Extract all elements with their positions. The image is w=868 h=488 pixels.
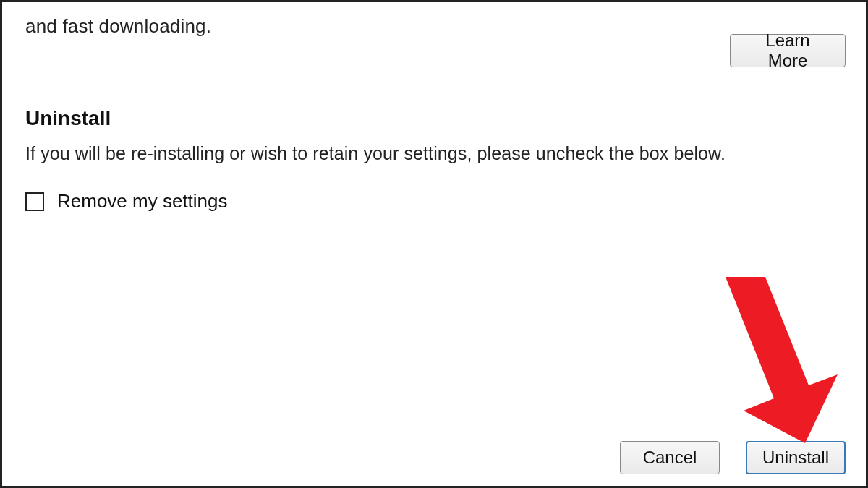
uninstall-instruction: If you will be re-installing or wish to … [25, 143, 846, 164]
uninstall-button[interactable]: Uninstall [746, 441, 846, 474]
svg-marker-0 [726, 277, 838, 443]
uninstall-dialog-window: and fast downloading. Learn More Uninsta… [0, 0, 868, 488]
cancel-button[interactable]: Cancel [620, 441, 720, 474]
uninstall-heading: Uninstall [25, 107, 846, 130]
remove-settings-label[interactable]: Remove my settings [57, 190, 228, 213]
remove-settings-row: Remove my settings [25, 190, 846, 213]
learn-more-row: Learn More [730, 34, 846, 67]
dialog-button-bar: Cancel Uninstall [620, 441, 846, 474]
instruction-arrow-icon [697, 277, 856, 453]
remove-settings-checkbox[interactable] [25, 192, 44, 211]
learn-more-button[interactable]: Learn More [730, 34, 846, 67]
description-fragment: and fast downloading. [25, 15, 846, 38]
